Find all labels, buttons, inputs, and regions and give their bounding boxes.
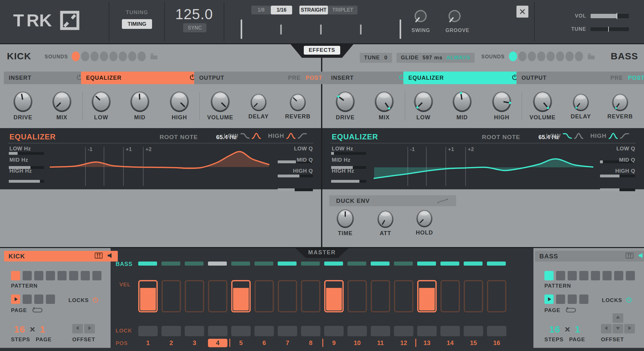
bass-glide-control[interactable]: GLIDE 597 ms ALWAYS [396, 53, 475, 63]
pos-step-number[interactable]: 1 [138, 339, 158, 347]
sync-button[interactable]: SYNC [183, 23, 206, 32]
tempo-display[interactable]: 125.0 [170, 6, 219, 23]
low-knob[interactable]: LOW [81, 90, 122, 121]
velocity-step-cell[interactable] [138, 280, 158, 312]
bass-offset-left-button[interactable] [601, 324, 612, 333]
sound-slot[interactable] [556, 51, 564, 61]
sound-slot[interactable] [518, 51, 527, 61]
lock-step-cell[interactable] [324, 326, 344, 336]
kick-steps-value[interactable]: 16 [14, 324, 25, 335]
bass-note-pill[interactable] [371, 262, 390, 266]
drive-knob[interactable]: DRIVE [325, 90, 366, 121]
velocity-step-cell[interactable] [487, 280, 506, 312]
bass-steps-value[interactable]: 16 [549, 324, 560, 335]
volume-knob[interactable]: VOLUME [200, 90, 241, 121]
timing-tab[interactable]: TIMING [122, 19, 152, 29]
bass-track-header[interactable]: BASS [535, 251, 644, 262]
lock-step-cell[interactable] [231, 326, 251, 336]
page-slot[interactable] [34, 294, 43, 304]
kick-equalizer-bar[interactable]: EQUALIZER [81, 72, 201, 84]
pos-step-number[interactable]: 15 [464, 339, 483, 347]
reverb-knob[interactable]: REVERB [600, 93, 641, 120]
lock-step-cell[interactable] [254, 326, 274, 336]
pos-step-number[interactable]: 11 [371, 339, 390, 347]
velocity-step-cell[interactable] [371, 280, 390, 312]
high-knob[interactable]: HIGH [481, 90, 522, 121]
keyboard-icon[interactable] [95, 252, 103, 260]
page-slot[interactable] [23, 294, 32, 304]
mix-knob[interactable]: MIX [41, 90, 82, 121]
pos-step-number[interactable]: 8 [301, 339, 320, 347]
sound-slot[interactable] [109, 51, 117, 61]
sound-slot[interactable] [528, 51, 536, 61]
pattern-slot[interactable] [579, 271, 588, 280]
pattern-slot[interactable] [626, 271, 635, 280]
eq-curve[interactable] [322, 128, 643, 189]
kick-pre-toggle[interactable]: PRE [288, 75, 301, 81]
reverb-knob[interactable]: REVERB [277, 93, 318, 120]
pos-step-number[interactable]: 13 [417, 339, 437, 347]
bass-note-pill[interactable] [185, 262, 204, 266]
speaker-icon[interactable] [638, 252, 644, 260]
bass-page-value[interactable]: 1 [575, 324, 581, 335]
pos-step-number[interactable]: 3 [185, 339, 204, 347]
sound-slot[interactable] [128, 51, 136, 61]
pos-step-number[interactable]: 16 [487, 339, 506, 347]
pattern-slot[interactable] [92, 271, 101, 280]
bass-locks-power-icon[interactable] [625, 296, 632, 305]
pos-step-number[interactable]: 4 [208, 339, 227, 347]
lock-step-cell[interactable] [185, 326, 204, 336]
duck-att-knob[interactable]: ATT [365, 210, 406, 237]
sound-slot[interactable] [575, 51, 583, 61]
pos-step-number[interactable]: 9 [324, 339, 344, 347]
velocity-step-cell[interactable] [440, 280, 460, 312]
tab-effects[interactable]: EFFECTS [304, 46, 340, 55]
lock-step-cell[interactable] [161, 326, 181, 336]
loop-icon[interactable] [564, 306, 577, 315]
sound-slot[interactable] [72, 51, 80, 61]
velocity-step-cell[interactable] [394, 280, 413, 312]
duck-env-bar[interactable]: DUCK ENV [329, 195, 456, 206]
tune-slider[interactable] [591, 27, 629, 31]
pattern-slot[interactable] [603, 271, 612, 280]
velocity-step-cell[interactable] [324, 280, 344, 312]
velocity-step-cell[interactable] [417, 280, 437, 312]
kick-offset-right-button[interactable] [84, 324, 95, 333]
lock-step-cell[interactable] [394, 326, 413, 336]
page-slot[interactable] [556, 294, 565, 304]
vol-slider-handle[interactable] [617, 13, 617, 19]
velocity-step-cell[interactable] [464, 280, 483, 312]
sound-slot[interactable] [100, 51, 108, 61]
bass-note-pill[interactable] [347, 262, 366, 266]
velocity-step-cell[interactable] [347, 280, 367, 312]
lock-step-cell[interactable] [278, 326, 297, 336]
speaker-icon[interactable] [107, 252, 113, 260]
lock-step-cell[interactable] [301, 326, 320, 336]
triplet-button[interactable]: TRIPLET [328, 6, 357, 14]
pattern-slot[interactable] [46, 271, 55, 280]
lock-step-cell[interactable] [347, 326, 367, 336]
bass-note-pill[interactable] [440, 262, 459, 266]
velocity-step-cell[interactable] [231, 280, 251, 312]
kick-track-header[interactable]: KICK [4, 251, 118, 262]
kick-post-toggle[interactable]: POST [306, 75, 322, 81]
page-slot[interactable] [544, 294, 554, 304]
sound-slot[interactable] [509, 51, 517, 61]
bass-offset-down-button[interactable] [613, 324, 623, 333]
bass-note-pill[interactable] [138, 262, 157, 266]
sound-slot[interactable] [119, 51, 127, 61]
page-slot[interactable] [568, 294, 577, 304]
delay-knob[interactable]: DELAY [560, 93, 601, 120]
bass-note-pill[interactable] [231, 262, 250, 266]
volume-knob[interactable]: VOLUME [522, 90, 563, 121]
pattern-slot[interactable] [556, 271, 565, 280]
kick-output-bar[interactable]: OUTPUT PRE POST [194, 72, 327, 84]
kick-insert-bar[interactable]: INSERT [4, 72, 88, 84]
bass-note-pill[interactable] [417, 262, 436, 266]
pos-step-number[interactable]: 2 [161, 339, 181, 347]
page-slot[interactable] [11, 294, 20, 304]
rate-1-8-button[interactable]: 1/8 [251, 6, 271, 14]
kick-page-value[interactable]: 1 [40, 324, 46, 335]
bass-note-pill[interactable] [487, 262, 506, 266]
velocity-step-cell[interactable] [161, 280, 181, 312]
